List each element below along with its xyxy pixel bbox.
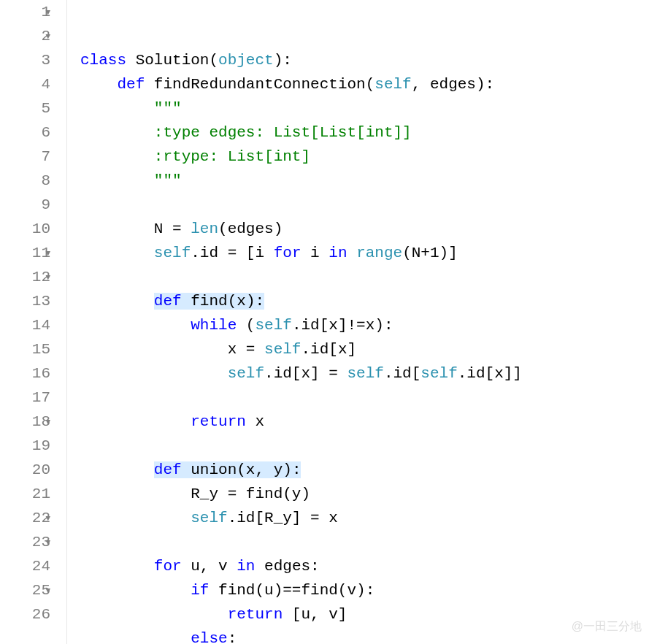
fold-marker-icon[interactable]: ▼: [45, 410, 50, 434]
token: range: [356, 245, 402, 261]
line-number: 2▼: [0, 24, 50, 48]
token: self: [154, 245, 191, 261]
code-line[interactable]: for u, v in edges:: [80, 554, 649, 578]
code-line[interactable]: self.id[x] = self.id[self.id[x]]: [80, 361, 649, 386]
code-line[interactable]: def find(x):: [80, 289, 649, 313]
code-line[interactable]: [80, 265, 649, 289]
token: R_y = find(y): [191, 486, 310, 502]
line-number: 20: [0, 458, 50, 482]
token: :type edges: List[List[int]]: [154, 124, 412, 141]
token: in: [329, 245, 356, 261]
token: self: [347, 365, 383, 382]
token: for: [154, 558, 191, 575]
token: edges:: [264, 558, 320, 575]
token: .id = [i: [191, 245, 273, 261]
line-number: 17: [0, 386, 50, 410]
code-line[interactable]: if find(u)==find(v):: [80, 578, 649, 602]
token: return: [191, 413, 255, 430]
fold-marker-icon[interactable]: ▼: [45, 506, 50, 530]
code-line[interactable]: return [u, v]: [80, 602, 649, 626]
code-line[interactable]: def findRedundantConnection(self, edges)…: [80, 72, 649, 96]
token: len: [191, 221, 218, 237]
token: N =: [154, 221, 191, 237]
token: def: [154, 461, 191, 478]
token: self: [255, 317, 291, 334]
fold-marker-icon[interactable]: ▼: [45, 578, 50, 602]
line-number: 24: [0, 554, 50, 578]
token: (x, y):: [237, 461, 301, 478]
code-line[interactable]: def union(x, y):: [80, 458, 649, 482]
code-line[interactable]: R_y = find(y): [80, 482, 649, 506]
code-line[interactable]: :type edges: List[List[int]]: [80, 120, 649, 145]
token: )]: [439, 245, 458, 261]
line-number: 4: [0, 72, 50, 96]
token: ):: [274, 52, 292, 69]
token: self: [264, 341, 301, 358]
code-line[interactable]: [80, 386, 649, 410]
line-number: 22▼: [0, 506, 50, 530]
token: for: [274, 245, 310, 261]
token: (x):: [228, 293, 264, 310]
line-number: 11▼: [0, 241, 50, 265]
token: (: [209, 52, 218, 69]
line-number: 9: [0, 193, 50, 217]
code-line[interactable]: N = len(edges): [80, 217, 649, 241]
token: self: [228, 365, 264, 382]
code-area[interactable]: class Solution(object): def findRedundan…: [67, 0, 649, 644]
token: .id[x]: [301, 341, 356, 358]
token: Solution: [136, 52, 210, 69]
token: (: [366, 76, 375, 93]
line-number: 13: [0, 289, 50, 313]
token: def: [117, 76, 153, 93]
fold-marker-icon[interactable]: ▼: [45, 241, 50, 265]
token: def: [154, 293, 191, 310]
fold-marker-icon[interactable]: ▼: [45, 530, 50, 554]
watermark: @一田三分地: [572, 614, 642, 638]
code-line[interactable]: [80, 530, 649, 554]
line-number: 5: [0, 96, 50, 120]
fold-marker-icon[interactable]: ▼: [45, 265, 50, 289]
code-line[interactable]: :rtype: List[int]: [80, 145, 649, 169]
token: [u, v]: [292, 606, 347, 623]
token: """: [154, 100, 182, 117]
token: .id[: [384, 365, 420, 382]
token: find(u)==find(v):: [218, 582, 375, 599]
token: :: [228, 630, 237, 644]
token: x =: [228, 341, 264, 358]
code-line[interactable]: """: [80, 169, 649, 193]
line-number-gutter: 1▼2▼34567891011▼12▼131415161718▼19202122…: [0, 0, 67, 644]
code-line[interactable]: while (self.id[x]!=x):: [80, 313, 649, 337]
code-line[interactable]: self.id = [i for i in range(N+1)]: [80, 241, 649, 265]
line-number: 6: [0, 120, 50, 145]
code-line[interactable]: """: [80, 96, 649, 120]
line-number: 1▼: [0, 0, 50, 24]
token: class: [80, 52, 136, 69]
line-number: 12▼: [0, 265, 50, 289]
fold-marker-icon[interactable]: ▼: [45, 0, 50, 24]
token: u, v: [191, 558, 237, 575]
token: self: [191, 510, 227, 526]
token: (: [246, 317, 256, 334]
code-line[interactable]: else:: [80, 626, 649, 644]
token: self: [375, 76, 411, 93]
token: find: [191, 293, 227, 310]
token: .id[x]!=x):: [292, 317, 393, 334]
line-number: 7: [0, 145, 50, 169]
line-number: 21: [0, 482, 50, 506]
token: .id[R_y] = x: [228, 510, 338, 526]
code-line[interactable]: self.id[R_y] = x: [80, 506, 649, 530]
line-number: 18▼: [0, 410, 50, 434]
code-line[interactable]: class Solution(object):: [80, 48, 649, 72]
code-line[interactable]: [80, 193, 649, 217]
token: self: [420, 365, 457, 382]
token: (edges): [218, 221, 283, 237]
token: while: [191, 317, 246, 334]
code-line[interactable]: return x: [80, 410, 649, 434]
code-line[interactable]: x = self.id[x]: [80, 337, 649, 361]
code-line[interactable]: [80, 434, 649, 458]
line-number: 3: [0, 48, 50, 72]
line-number: 19: [0, 434, 50, 458]
line-number: 25▼: [0, 578, 50, 602]
fold-marker-icon[interactable]: ▼: [45, 24, 50, 48]
token: """: [154, 172, 182, 189]
